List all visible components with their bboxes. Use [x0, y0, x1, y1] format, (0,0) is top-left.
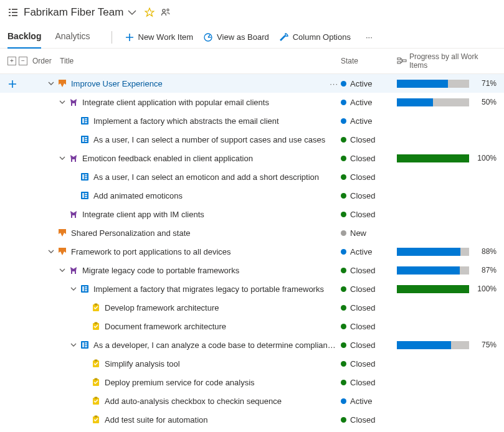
backlog-row[interactable]: Framework to port applications to all de…	[0, 242, 504, 261]
backlog-row[interactable]: As a developer, I can analyze a code bas…	[0, 336, 504, 354]
backlog-row[interactable]: Deploy premium service for code analysis…	[0, 373, 504, 392]
state-cell: Active	[341, 116, 397, 126]
indent-spacer	[47, 308, 81, 308]
more-commands-button[interactable]: ···	[361, 29, 378, 45]
favorite-star-icon[interactable]	[145, 7, 155, 17]
progress-fill	[397, 341, 451, 349]
state-dot-icon	[341, 193, 346, 199]
expand-toggle[interactable]	[47, 248, 55, 255]
backlog-row[interactable]: Add animated emoticonsClosed	[0, 186, 504, 205]
state-dot-icon	[341, 380, 346, 385]
indent-spacer	[47, 102, 59, 103]
team-picker-chevron-icon[interactable]	[127, 7, 137, 17]
state-dot-icon	[341, 305, 346, 311]
backlog-row[interactable]: Add auto-analysis checkbox to checkin se…	[0, 392, 504, 410]
progress-bar	[397, 98, 469, 106]
backlog-row[interactable]: Simplify analysis toolClosed	[0, 354, 504, 373]
progress-fill	[397, 98, 433, 106]
column-progress[interactable]: Progress by all Work Items	[397, 52, 497, 70]
state-cell: Closed	[341, 378, 397, 387]
progress-percent: 71%	[474, 79, 497, 88]
feature-icon	[69, 97, 78, 107]
backlog-row[interactable]: Emoticon feedback enabled in client appl…	[0, 149, 504, 167]
backlog-row[interactable]: Document framework architectureClosed	[0, 317, 504, 336]
state-label: Active	[350, 79, 372, 88]
expand-toggle[interactable]	[47, 80, 55, 87]
progress-fill	[397, 154, 469, 162]
work-item-title: Migrate legacy code to portable framewor…	[82, 266, 239, 275]
expand-toggle[interactable]	[70, 285, 77, 293]
backlog-row[interactable]: Add test suite for automationClosed	[0, 410, 504, 429]
task-icon	[91, 377, 101, 387]
progress-fill	[397, 248, 460, 256]
backlog-row[interactable]: Implement a factory that migrates legacy…	[0, 279, 504, 298]
progress-bar	[397, 341, 469, 349]
tab-analytics[interactable]: Analytics	[55, 26, 90, 48]
state-label: Closed	[350, 359, 375, 369]
progress-percent: 100%	[474, 284, 497, 293]
backlog-row[interactable]: Develop framework architectureClosed	[0, 298, 504, 317]
column-state[interactable]: State	[341, 57, 397, 65]
state-cell: Closed	[341, 266, 397, 275]
backlog-row[interactable]: As a user, I can select a number of supp…	[0, 130, 504, 149]
new-work-item-button[interactable]: New Work Item	[120, 29, 199, 46]
column-options-button[interactable]: Column Options	[274, 29, 356, 46]
backlog-row[interactable]: Improve User Experience···Active71%	[0, 74, 504, 93]
title-cell: As a developer, I can analyze a code bas…	[47, 340, 341, 350]
state-cell: Closed	[341, 210, 397, 219]
expand-toggle[interactable]	[59, 266, 66, 274]
work-item-title: Develop framework architecture	[105, 303, 219, 312]
view-as-board-button[interactable]: View as Board	[198, 29, 274, 46]
work-item-title: As a user, I can select a number of supp…	[93, 135, 325, 144]
backlog-row[interactable]: Shared Personalization and stateNew	[0, 223, 504, 242]
progress-cell: 100%	[397, 284, 497, 293]
backlog-rows: Improve User Experience···Active71%Integ…	[0, 74, 504, 429]
page-header: Fabrikam Fiber Team	[0, 0, 504, 22]
work-item-title[interactable]: Improve User Experience	[71, 79, 163, 88]
expand-toggle[interactable]	[70, 341, 77, 349]
backlog-row[interactable]: As a user, I can select an emoticon and …	[0, 167, 504, 186]
expand-all-button[interactable]: +	[7, 57, 16, 65]
add-child-button[interactable]	[7, 79, 16, 88]
pbi-icon	[80, 284, 90, 294]
column-title[interactable]: Title	[60, 57, 341, 65]
team-members-icon[interactable]	[161, 7, 171, 17]
task-icon	[91, 396, 101, 406]
collapse-all-button[interactable]: −	[19, 57, 27, 65]
indent-spacer	[47, 345, 70, 345]
backlog-row[interactable]: Implement a factory which abstracts the …	[0, 111, 504, 130]
title-cell: As a user, I can select a number of supp…	[47, 134, 341, 144]
progress-percent: 88%	[474, 247, 497, 256]
column-order[interactable]: Order	[32, 57, 60, 65]
epic-icon	[57, 247, 67, 256]
progress-percent: 50%	[474, 98, 497, 106]
expand-toggle[interactable]	[59, 154, 66, 162]
state-cell: Closed	[341, 154, 397, 163]
indent-spacer	[47, 158, 59, 159]
backlog-row[interactable]: Migrate legacy code to portable framewor…	[0, 261, 504, 279]
title-cell: As a user, I can select an emoticon and …	[47, 172, 341, 182]
tab-backlog[interactable]: Backlog	[7, 26, 41, 49]
state-cell: Active	[341, 79, 397, 88]
task-icon	[91, 303, 101, 312]
work-item-title: Add test suite for automation	[105, 415, 207, 425]
pbi-icon	[80, 340, 90, 350]
task-icon	[91, 321, 101, 331]
row-more-button[interactable]: ···	[330, 79, 338, 88]
state-label: Closed	[350, 135, 375, 144]
title-cell: Emoticon feedback enabled in client appl…	[47, 153, 341, 163]
state-cell: Active	[341, 98, 397, 107]
state-dot-icon	[341, 100, 346, 105]
state-label: Closed	[350, 322, 375, 331]
indent-spacer	[47, 382, 81, 383]
feature-icon	[69, 209, 78, 219]
work-item-title: Framework to port applications to all de…	[71, 247, 231, 256]
view-as-board-label: View as Board	[217, 32, 269, 42]
backlog-row[interactable]: Integrate client application with popula…	[0, 93, 504, 111]
expand-toggle[interactable]	[59, 98, 66, 106]
work-item-title: Emoticon feedback enabled in client appl…	[82, 154, 253, 163]
backlog-row[interactable]: Integrate client app with IM clientsClos…	[0, 205, 504, 223]
progress-cell: 71%	[397, 79, 497, 88]
progress-cell: 88%	[397, 247, 497, 256]
progress-fill	[397, 266, 460, 275]
